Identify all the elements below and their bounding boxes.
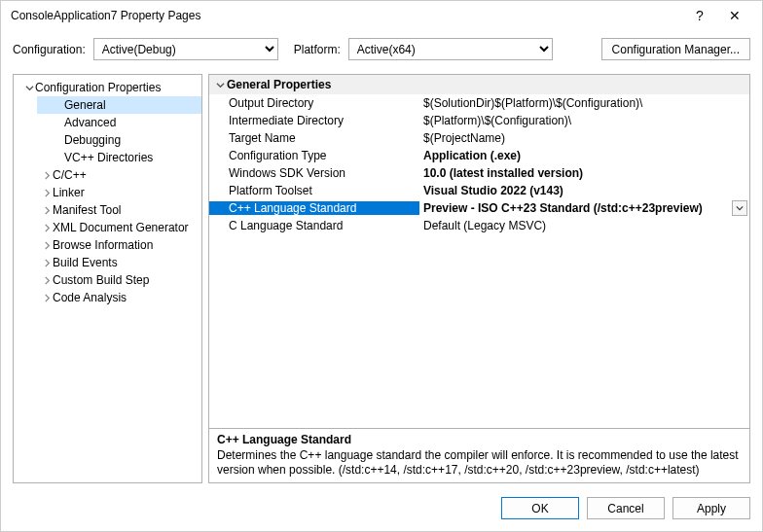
platform-select[interactable]: Active(x64) (348, 38, 553, 60)
property-name: Output Directory (209, 96, 419, 110)
tree-node-code-analysis[interactable]: Code Analysis (37, 289, 201, 306)
tree-node-linker[interactable]: Linker (37, 184, 201, 201)
configuration-manager-button[interactable]: Configuration Manager... (601, 38, 750, 60)
chevron-right-icon[interactable] (41, 171, 53, 180)
configuration-label: Configuration: (13, 43, 86, 56)
tree-node-configuration-properties[interactable]: Configuration Properties (19, 79, 201, 96)
tree-node-advanced[interactable]: Advanced (37, 114, 201, 131)
property-value[interactable]: 10.0 (latest installed version) (419, 166, 749, 180)
chevron-down-icon[interactable] (23, 84, 35, 92)
property-name: Platform Toolset (209, 184, 419, 197)
config-row: Configuration: Active(Debug) Platform: A… (1, 30, 762, 68)
configuration-select[interactable]: Active(Debug) (93, 38, 278, 60)
tree-node-general[interactable]: General (37, 96, 201, 114)
dropdown-button[interactable] (732, 200, 747, 216)
property-row[interactable]: Target Name$(ProjectName) (209, 129, 749, 147)
tree-label: C/C++ (53, 168, 87, 182)
chevron-right-icon[interactable] (41, 224, 53, 232)
property-name: Windows SDK Version (209, 166, 419, 180)
property-name: C++ Language Standard (209, 201, 419, 215)
description-body: Determines the C++ language standard the… (217, 448, 742, 478)
tree-label: Code Analysis (53, 291, 127, 304)
property-value[interactable]: Default (Legacy MSVC) (419, 219, 749, 232)
tree-label: Configuration Properties (35, 81, 161, 94)
property-value[interactable]: Visual Studio 2022 (v143) (419, 184, 749, 197)
tree-label: General (53, 98, 106, 112)
chevron-right-icon[interactable] (41, 241, 53, 250)
tree-label: Linker (53, 186, 85, 199)
property-value[interactable]: Preview - ISO C++23 Standard (/std:c++23… (419, 200, 749, 216)
title-bar: ConsoleApplication7 Property Pages ? ✕ (1, 1, 762, 30)
tree-label: Browse Information (53, 238, 153, 252)
ok-button[interactable]: OK (501, 497, 579, 519)
tree-panel[interactable]: Configuration Properties GeneralAdvanced… (13, 74, 202, 483)
window-title: ConsoleApplication7 Property Pages (11, 9, 682, 22)
property-name: C Language Standard (209, 219, 419, 232)
tree-node-xml-document-generator[interactable]: XML Document Generator (37, 219, 201, 236)
tree-node-debugging[interactable]: Debugging (37, 131, 201, 149)
property-grid[interactable]: General Properties Output Directory$(Sol… (208, 74, 750, 429)
tree-node-custom-build-step[interactable]: Custom Build Step (37, 271, 201, 289)
property-row[interactable]: Intermediate Directory$(Platform)\$(Conf… (209, 112, 749, 129)
group-name: General Properties (227, 78, 331, 91)
property-value[interactable]: $(ProjectName) (419, 131, 749, 145)
tree-node-manifest-tool[interactable]: Manifest Tool (37, 201, 201, 219)
tree-label: Debugging (53, 133, 121, 147)
chevron-right-icon[interactable] (41, 276, 53, 285)
tree-root: Configuration Properties GeneralAdvanced… (14, 79, 201, 306)
property-name: Configuration Type (209, 149, 419, 162)
property-value[interactable]: Application (.exe) (419, 149, 749, 162)
tree-label: VC++ Directories (53, 151, 153, 164)
chevron-down-icon[interactable] (213, 81, 227, 89)
tree-label: Build Events (53, 256, 118, 269)
main-area: Configuration Properties GeneralAdvanced… (1, 68, 762, 489)
help-button[interactable]: ? (682, 8, 717, 23)
chevron-right-icon[interactable] (41, 294, 53, 302)
tree-node-browse-information[interactable]: Browse Information (37, 236, 201, 254)
property-name: Target Name (209, 131, 419, 145)
tree-label: Manifest Tool (53, 203, 121, 217)
tree-node-c-c-[interactable]: C/C++ (37, 166, 201, 184)
chevron-right-icon[interactable] (41, 189, 53, 197)
property-name: Intermediate Directory (209, 114, 419, 127)
cancel-button[interactable]: Cancel (587, 497, 665, 519)
description-panel: C++ Language Standard Determines the C++… (208, 429, 750, 483)
property-row[interactable]: Platform ToolsetVisual Studio 2022 (v143… (209, 182, 749, 199)
description-title: C++ Language Standard (217, 433, 742, 446)
chevron-right-icon[interactable] (41, 206, 53, 215)
tree-label: Custom Build Step (53, 273, 149, 287)
close-button[interactable]: ✕ (717, 8, 752, 23)
tree-node-build-events[interactable]: Build Events (37, 254, 201, 271)
chevron-right-icon[interactable] (41, 259, 53, 267)
property-row[interactable]: Windows SDK Version10.0 (latest installe… (209, 164, 749, 182)
property-row[interactable]: Output Directory$(SolutionDir)$(Platform… (209, 94, 749, 112)
tree-label: Advanced (53, 116, 116, 129)
tree-label: XML Document Generator (53, 221, 189, 234)
property-row[interactable]: C++ Language StandardPreview - ISO C++23… (209, 199, 749, 217)
property-value[interactable]: $(Platform)\$(Configuration)\ (419, 114, 749, 127)
dialog-buttons: OK Cancel Apply (1, 489, 762, 531)
property-row[interactable]: Configuration TypeApplication (.exe) (209, 147, 749, 164)
property-value[interactable]: $(SolutionDir)$(Platform)\$(Configuratio… (419, 96, 749, 110)
platform-label: Platform: (294, 43, 341, 56)
property-row[interactable]: C Language StandardDefault (Legacy MSVC) (209, 217, 749, 234)
apply-button[interactable]: Apply (672, 497, 750, 519)
tree-node-vc-directories[interactable]: VC++ Directories (37, 149, 201, 166)
property-group-header[interactable]: General Properties (209, 75, 749, 94)
right-panel: General Properties Output Directory$(Sol… (208, 74, 750, 483)
